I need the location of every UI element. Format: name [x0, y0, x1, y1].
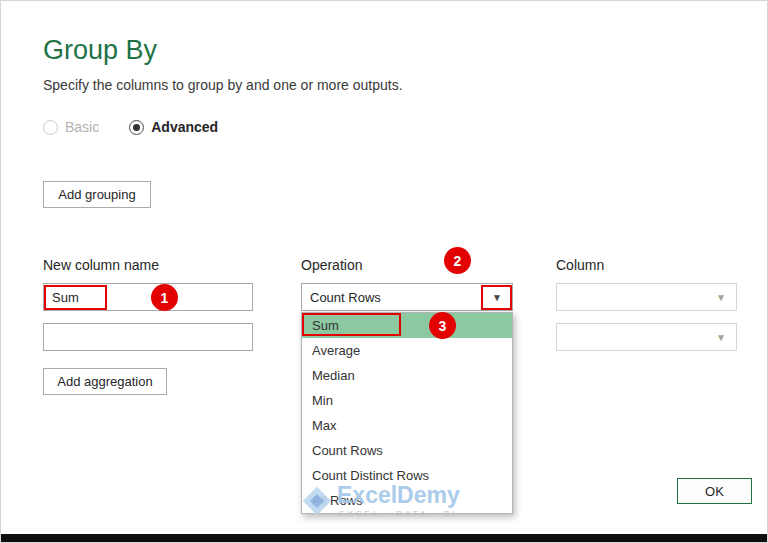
operation-label: Operation: [301, 257, 362, 273]
dropdown-item-count-rows[interactable]: Count Rows: [302, 438, 512, 463]
column-select-1[interactable]: ▼: [556, 283, 737, 311]
mode-radio-group: Basic Advanced: [43, 119, 218, 135]
exceldemy-watermark: ExcelDemy EXCEL · DATA · BI: [305, 484, 460, 518]
add-aggregation-button[interactable]: Add aggregation: [43, 368, 167, 395]
column-label: Column: [556, 257, 604, 273]
basic-radio-label: Basic: [65, 119, 99, 135]
annotation-step-2-badge: 2: [444, 247, 471, 274]
radio-off-icon: [43, 120, 58, 135]
dialog-title: Group By: [43, 35, 157, 66]
advanced-radio-label: Advanced: [151, 119, 218, 135]
watermark-tagline: EXCEL · DATA · BI: [339, 509, 457, 518]
dropdown-item-min[interactable]: Min: [302, 388, 512, 413]
watermark-brand: ExcelDemy: [337, 484, 460, 507]
operation-select[interactable]: Count Rows ▼: [301, 283, 513, 311]
dropdown-item-average[interactable]: Average: [302, 338, 512, 363]
dropdown-item-max[interactable]: Max: [302, 413, 512, 438]
radio-on-icon: [129, 120, 144, 135]
column-select-2[interactable]: ▼: [556, 323, 737, 351]
basic-radio[interactable]: Basic: [43, 119, 99, 135]
new-column-name-input-2[interactable]: [43, 323, 253, 351]
group-by-dialog: Group By Specify the columns to group by…: [0, 0, 768, 543]
chevron-down-icon[interactable]: ▼: [706, 292, 736, 303]
add-grouping-button[interactable]: Add grouping: [43, 181, 151, 208]
bottom-bar: [1, 534, 768, 542]
chevron-down-icon[interactable]: ▼: [482, 292, 512, 303]
operation-select-value: Count Rows: [302, 290, 482, 305]
advanced-radio[interactable]: Advanced: [129, 119, 218, 135]
annotation-step-3-badge: 3: [429, 312, 456, 339]
ok-button[interactable]: OK: [677, 478, 752, 504]
exceldemy-logo-icon: [305, 489, 329, 513]
dropdown-item-sum[interactable]: Sum: [302, 313, 512, 338]
dropdown-item-median[interactable]: Median: [302, 363, 512, 388]
chevron-down-icon[interactable]: ▼: [706, 332, 736, 343]
annotation-step-1-badge: 1: [151, 284, 178, 311]
dialog-subtitle: Specify the columns to group by and one …: [43, 77, 403, 93]
new-column-name-input[interactable]: [43, 283, 253, 311]
new-column-name-label: New column name: [43, 257, 159, 273]
